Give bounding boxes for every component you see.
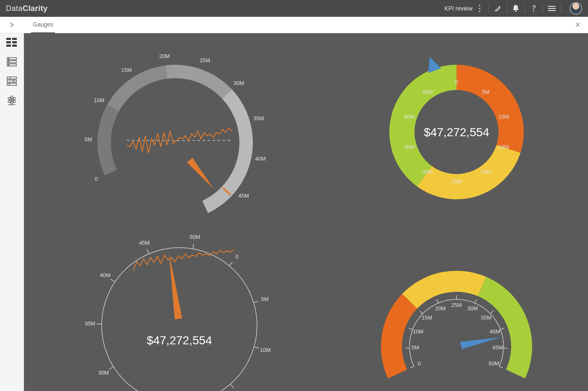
grid-icon: [6, 38, 17, 47]
svg-point-29: [11, 99, 12, 100]
sidebar-item-atom[interactable]: [5, 95, 18, 106]
svg-point-3: [515, 11, 517, 12]
svg-rect-9: [12, 38, 17, 40]
gauge-top-left[interactable]: 05M10M15M20M25M30M35M40M45M50M: [53, 37, 289, 218]
svg-text:25M: 25M: [200, 57, 210, 63]
svg-point-2: [479, 11, 480, 12]
svg-text:40M: 40M: [100, 272, 110, 278]
svg-text:5M: 5M: [412, 344, 419, 351]
svg-text:$47,272,554: $47,272,554: [147, 334, 212, 347]
svg-point-55: [102, 248, 257, 391]
svg-text:35M: 35M: [404, 144, 415, 150]
svg-text:45M: 45M: [139, 240, 150, 246]
more-vertical-icon[interactable]: [475, 4, 484, 13]
svg-rect-22: [7, 83, 16, 85]
svg-text:45M: 45M: [492, 344, 503, 351]
svg-rect-8: [6, 38, 11, 40]
gauge-bottom-left[interactable]: 05M10M15M20M25M30M35M40M45M50M$47,272,55…: [53, 218, 289, 391]
svg-text:20M: 20M: [435, 305, 446, 312]
svg-line-68: [109, 367, 113, 369]
svg-line-76: [193, 244, 194, 249]
tab-gauges[interactable]: Gauges: [31, 16, 55, 33]
svg-text:40M: 40M: [404, 114, 415, 120]
svg-text:30M: 30M: [467, 305, 478, 312]
svg-text:0: 0: [95, 176, 98, 182]
svg-text:0: 0: [235, 254, 238, 260]
svg-line-79: [410, 366, 414, 368]
svg-text:15M: 15M: [499, 144, 509, 150]
avatar[interactable]: [570, 2, 582, 15]
svg-text:30M: 30M: [234, 80, 244, 86]
svg-text:20M: 20M: [480, 169, 491, 175]
svg-text:35M: 35M: [253, 115, 264, 122]
svg-text:0: 0: [455, 79, 458, 85]
svg-rect-11: [12, 41, 17, 43]
topbar: DataClarity KPI review: [0, 0, 588, 17]
help-icon[interactable]: [529, 4, 538, 13]
svg-point-0: [479, 5, 480, 6]
svg-line-74: [147, 249, 149, 254]
sidebar-toggle[interactable]: [0, 22, 24, 28]
svg-text:5M: 5M: [261, 296, 269, 302]
svg-line-95: [501, 328, 504, 330]
svg-line-56: [229, 262, 233, 266]
svg-line-99: [499, 366, 503, 368]
svg-line-72: [111, 279, 115, 282]
svg-text:10M: 10M: [94, 97, 104, 103]
svg-rect-12: [6, 45, 11, 47]
close-icon[interactable]: ×: [575, 19, 580, 30]
svg-text:40M: 40M: [490, 328, 500, 335]
svg-text:50M: 50M: [189, 234, 200, 240]
svg-rect-20: [7, 77, 16, 79]
atom-icon: [7, 95, 17, 106]
svg-text:20M: 20M: [159, 53, 170, 59]
svg-rect-21: [7, 80, 16, 82]
subbar: Gauges ×: [0, 17, 588, 33]
svg-line-91: [475, 299, 477, 303]
svg-text:40M: 40M: [255, 156, 266, 162]
svg-line-83: [409, 328, 412, 330]
svg-text:10M: 10M: [413, 328, 423, 335]
svg-text:15M: 15M: [121, 67, 132, 73]
svg-point-4: [533, 10, 534, 11]
svg-line-85: [420, 311, 423, 314]
svg-line-58: [254, 301, 258, 303]
servers-icon: [7, 57, 17, 66]
svg-text:35M: 35M: [481, 314, 491, 321]
svg-line-93: [491, 311, 494, 314]
gauge-top-right[interactable]: 05M10M15M20M25M30M35M40M45M$47,272,554: [352, 37, 562, 218]
svg-text:50M: 50M: [488, 360, 499, 367]
svg-text:15M: 15M: [422, 314, 432, 321]
brand: DataClarity: [6, 4, 48, 13]
svg-text:45M: 45M: [422, 89, 433, 95]
tab-label: Gauges: [33, 21, 53, 28]
svg-text:45M: 45M: [238, 193, 249, 199]
svg-text:30M: 30M: [422, 169, 433, 175]
bell-icon[interactable]: [511, 4, 520, 13]
menu-icon[interactable]: [547, 4, 556, 13]
svg-point-1: [479, 8, 480, 9]
svg-text:30M: 30M: [98, 370, 109, 376]
svg-line-62: [230, 384, 234, 388]
svg-text:5M: 5M: [84, 136, 92, 143]
svg-text:5M: 5M: [482, 89, 489, 95]
svg-text:10M: 10M: [260, 347, 270, 353]
svg-point-17: [8, 58, 9, 59]
svg-point-18: [8, 61, 9, 62]
kpi-review-label[interactable]: KPI review: [444, 5, 472, 12]
gauge-bottom-right[interactable]: 05M10M15M20M25M30M35M40M45M50M: [352, 235, 562, 391]
dashboard-canvas: 05M10M15M20M25M30M35M40M45M50M 05M10M15M…: [24, 33, 588, 391]
svg-rect-10: [6, 41, 11, 43]
svg-line-87: [436, 299, 438, 303]
svg-text:35M: 35M: [84, 320, 95, 327]
svg-text:10M: 10M: [499, 114, 509, 120]
svg-text:$47,272,554: $47,272,554: [424, 126, 489, 139]
sidebar-item-grid[interactable]: [5, 37, 18, 48]
highlighter-icon[interactable]: [493, 4, 502, 13]
svg-text:0: 0: [418, 360, 421, 367]
sidebar-item-sliders[interactable]: [5, 76, 18, 86]
svg-line-60: [254, 347, 259, 348]
sidebar-item-servers[interactable]: [5, 57, 18, 67]
sliders-icon: [7, 77, 17, 86]
svg-text:25M: 25M: [451, 178, 462, 185]
